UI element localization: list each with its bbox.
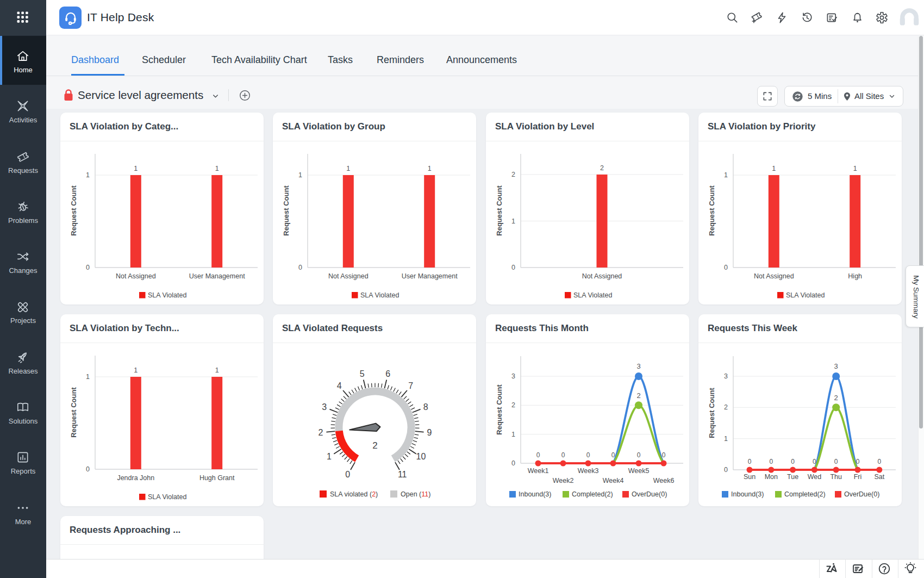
svg-text:Tue: Tue	[787, 473, 798, 481]
svg-text:1: 1	[327, 452, 332, 461]
svg-text:SLA violated (2): SLA violated (2)	[330, 490, 378, 498]
svg-text:Jendra John: Jendra John	[117, 474, 154, 482]
svg-text:11: 11	[398, 470, 407, 479]
svg-text:0: 0	[724, 264, 728, 271]
svg-text:2: 2	[511, 171, 515, 178]
svg-text:4: 4	[337, 381, 342, 390]
svg-text:Mon: Mon	[765, 473, 778, 481]
svg-text:9: 9	[427, 428, 432, 437]
svg-text:0: 0	[637, 451, 641, 459]
svg-text:SLA Violated: SLA Violated	[148, 291, 186, 299]
svg-text:6: 6	[385, 369, 390, 378]
svg-text:SLA Violated: SLA Violated	[148, 493, 186, 501]
svg-text:0: 0	[769, 458, 773, 465]
svg-text:Fri: Fri	[854, 473, 862, 481]
svg-text:Request Count: Request Count	[708, 388, 716, 438]
svg-text:3: 3	[636, 362, 640, 370]
svg-text:1: 1	[428, 165, 432, 172]
svg-text:Week4: Week4	[603, 477, 624, 484]
svg-text:Sat: Sat	[874, 473, 884, 481]
svg-text:2: 2	[511, 401, 515, 409]
svg-text:0: 0	[748, 458, 752, 465]
svg-text:0: 0	[856, 458, 860, 465]
svg-text:Wed: Wed	[808, 473, 822, 481]
svg-text:0: 0	[86, 264, 90, 271]
svg-text:3: 3	[834, 362, 838, 370]
svg-text:Request Count: Request Count	[70, 185, 78, 236]
svg-text:2: 2	[600, 164, 604, 172]
svg-text:Not Assigned: Not Assigned	[754, 272, 794, 280]
svg-text:Sun: Sun	[744, 473, 756, 481]
svg-text:0: 0	[536, 451, 540, 459]
svg-text:3: 3	[511, 372, 515, 380]
svg-text:0: 0	[791, 458, 795, 465]
svg-text:User Management: User Management	[402, 272, 458, 280]
svg-text:Request Count: Request Count	[282, 185, 290, 236]
svg-text:0: 0	[511, 459, 515, 467]
svg-text:1: 1	[215, 165, 219, 172]
svg-text:SLA Violated: SLA Violated	[786, 291, 825, 299]
svg-text:7: 7	[408, 381, 413, 390]
svg-text:0: 0	[586, 451, 590, 459]
svg-text:1: 1	[724, 435, 728, 443]
svg-text:2: 2	[319, 428, 323, 437]
svg-text:Week5: Week5	[628, 467, 650, 475]
svg-text:1: 1	[134, 165, 138, 172]
svg-text:Request Count: Request Count	[708, 185, 716, 236]
svg-text:0: 0	[834, 458, 838, 465]
svg-text:Week1: Week1	[528, 467, 549, 475]
svg-text:0: 0	[561, 451, 565, 459]
svg-text:Week3: Week3	[578, 467, 599, 475]
svg-text:Request Count: Request Count	[495, 384, 503, 435]
svg-text:0: 0	[298, 264, 302, 271]
svg-text:1: 1	[215, 366, 219, 374]
svg-text:2: 2	[834, 394, 838, 402]
svg-text:Request Count: Request Count	[495, 185, 503, 236]
svg-text:1: 1	[298, 171, 302, 179]
svg-text:SLA Violated: SLA Violated	[360, 291, 399, 299]
svg-text:Inbound(3): Inbound(3)	[731, 490, 764, 498]
svg-text:Not Assigned: Not Assigned	[328, 272, 369, 280]
svg-text:Completed(2): Completed(2)	[784, 490, 826, 498]
svg-text:0: 0	[877, 458, 881, 465]
svg-text:0: 0	[86, 465, 90, 473]
svg-text:3: 3	[322, 402, 327, 412]
svg-text:User Management: User Management	[189, 272, 245, 280]
svg-text:Week6: Week6	[653, 477, 675, 484]
svg-text:Completed(2): Completed(2)	[572, 490, 613, 498]
svg-text:OverDue(0): OverDue(0)	[844, 490, 879, 498]
svg-text:2: 2	[724, 403, 728, 411]
svg-text:1: 1	[86, 171, 90, 179]
svg-text:2: 2	[636, 391, 640, 400]
svg-text:1: 1	[86, 373, 90, 381]
svg-text:0: 0	[345, 470, 350, 479]
svg-text:2: 2	[372, 440, 377, 451]
svg-text:5: 5	[360, 369, 365, 378]
svg-text:1: 1	[772, 165, 776, 172]
svg-text:Open (11): Open (11)	[401, 490, 430, 498]
svg-text:Not Assigned: Not Assigned	[582, 272, 622, 280]
svg-text:1: 1	[853, 165, 857, 172]
svg-text:High: High	[848, 272, 862, 280]
svg-text:1: 1	[511, 431, 515, 438]
svg-text:Thu: Thu	[830, 473, 842, 481]
svg-text:Request Count: Request Count	[70, 387, 78, 438]
svg-text:10: 10	[416, 452, 426, 461]
svg-text:8: 8	[423, 402, 428, 412]
svg-text:Not Assigned: Not Assigned	[116, 272, 156, 280]
svg-text:3: 3	[724, 372, 728, 380]
svg-text:0: 0	[511, 264, 515, 271]
svg-text:0: 0	[724, 466, 728, 474]
svg-text:0: 0	[611, 451, 615, 459]
svg-text:Week2: Week2	[553, 477, 574, 484]
svg-text:Hugh Grant: Hugh Grant	[199, 474, 235, 482]
svg-text:1: 1	[724, 171, 728, 179]
svg-text:1: 1	[511, 217, 515, 225]
svg-text:0: 0	[813, 458, 816, 465]
svg-text:1: 1	[134, 366, 138, 374]
svg-text:0: 0	[662, 451, 666, 459]
svg-text:SLA Violated: SLA Violated	[573, 291, 612, 299]
svg-text:OverDue(0): OverDue(0)	[632, 490, 667, 498]
svg-text:1: 1	[346, 165, 350, 172]
svg-text:Inbound(3): Inbound(3)	[519, 490, 551, 498]
